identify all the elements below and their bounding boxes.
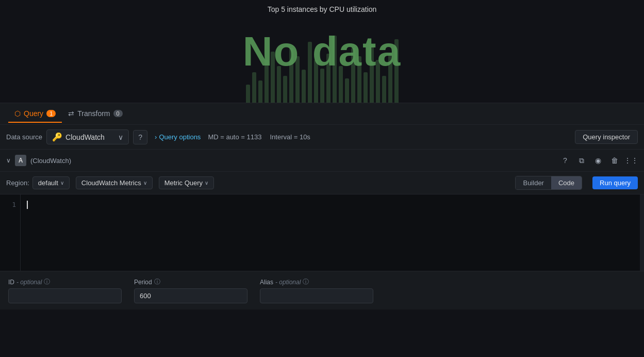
id-field-group: ID - optional ⓘ [8,278,122,303]
service-value: CloudWatch Metrics [81,179,141,187]
builder-mode-button[interactable]: Builder [516,176,551,189]
code-mode-button[interactable]: Code [551,176,582,189]
query-options-row: Region: default ∨ CloudWatch Metrics ∨ M… [0,172,644,194]
query-delete-button[interactable]: 🗑 [608,154,621,167]
code-content-area[interactable] [21,194,640,271]
transform-tab-icon: ⇄ [68,109,74,118]
bottom-fields: ID - optional ⓘ Period ⓘ Alias - optiona… [0,271,644,310]
datasource-select[interactable]: 🔑 CloudWatch ∨ [46,129,129,144]
id-input[interactable] [8,288,122,303]
builder-code-toggle: Builder Code [515,176,582,190]
service-select[interactable]: CloudWatch Metrics ∨ [76,176,153,189]
collapse-button[interactable]: ∨ [6,157,11,164]
region-chevron-icon: ∨ [60,180,64,186]
query-options-info: MD = auto = 1133 Interval = 10s [208,133,310,141]
run-query-button[interactable]: Run query [592,176,638,189]
query-row-header: ∨ A (CloudWatch) ? ⧉ ◉ 🗑 ⋮⋮ [0,150,644,172]
query-letter-badge: A [15,155,26,166]
query-options-label: Query options [159,133,201,141]
query-more-button[interactable]: ⋮⋮ [624,154,638,167]
query-eye-icon: ◉ [595,156,601,165]
query-editor: ∨ A (CloudWatch) ? ⧉ ◉ 🗑 ⋮⋮ Region: [0,150,644,271]
tabs-bar: ⬡ Query 1 ⇄ Transform 0 [0,103,644,125]
period-info-icon: ⓘ [154,278,160,286]
query-help-button[interactable]: ? [558,154,572,167]
region-group: Region: default ∨ [6,176,70,189]
id-info-icon: ⓘ [44,278,50,286]
alias-input[interactable] [260,288,373,303]
datasource-value: CloudWatch [65,133,105,141]
period-label: Period ⓘ [134,278,247,286]
query-row-actions: ? ⧉ ◉ 🗑 ⋮⋮ [558,154,638,167]
alias-label: Alias - optional ⓘ [260,278,373,286]
region-label: Region: [6,179,29,187]
query-options-chevron-icon: › [155,133,157,141]
query-help-icon: ? [563,156,567,165]
query-datasource-tag: (CloudWatch) [30,157,71,165]
help-icon: ? [138,133,142,141]
text-cursor [27,201,28,209]
query-inspector-button[interactable]: Query inspector [575,130,638,144]
cloudwatch-icon: 🔑 [52,132,62,142]
period-input[interactable] [134,288,247,303]
datasource-help-button[interactable]: ? [133,130,147,144]
datasource-chevron-icon: ∨ [118,133,123,141]
query-tab-label: Query [24,109,43,118]
query-more-icon: ⋮⋮ [624,156,638,165]
query-copy-button[interactable]: ⧉ [575,154,588,167]
query-trash-icon: 🗑 [611,156,618,165]
tab-transform[interactable]: ⇄ Transform 0 [62,105,128,123]
service-group: CloudWatch Metrics ∨ [76,176,153,189]
query-type-group: Metric Query ∨ [159,176,214,189]
md-info: MD = auto = 1133 [208,133,261,141]
query-controls-bar: Data source 🔑 CloudWatch ∨ ? › Query opt… [0,125,644,150]
code-editor[interactable]: 1 [0,194,644,271]
alias-field-group: Alias - optional ⓘ [260,278,373,303]
transform-tab-label: Transform [77,109,110,118]
query-type-select[interactable]: Metric Query ∨ [159,176,214,189]
chart-title: Top 5 instances by CPU utilization [268,5,377,13]
query-options-button[interactable]: › Query options [152,131,204,143]
alias-info-icon: ⓘ [303,278,309,286]
query-tab-icon: ⬡ [14,109,21,118]
service-chevron-icon: ∨ [143,180,147,186]
line-number-1: 1 [4,201,16,208]
query-type-value: Metric Query [164,179,203,187]
query-visibility-button[interactable]: ◉ [591,154,605,167]
datasource-label: Data source [6,133,42,141]
region-select[interactable]: default ∨ [32,176,70,189]
scrollbar[interactable] [640,194,644,271]
chart-panel: Top 5 instances by CPU utilization No da… [0,0,644,103]
query-tab-badge: 1 [46,110,56,117]
line-numbers: 1 [0,194,21,271]
query-type-chevron-icon: ∨ [205,180,208,186]
interval-info: Interval = 10s [270,133,310,141]
region-value: default [38,179,58,187]
no-data-label: No data [243,28,401,75]
id-label: ID - optional ⓘ [8,278,122,286]
query-copy-icon: ⧉ [579,156,584,165]
transform-tab-badge: 0 [113,110,123,117]
tab-query[interactable]: ⬡ Query 1 [8,105,62,123]
period-field-group: Period ⓘ [134,278,247,303]
